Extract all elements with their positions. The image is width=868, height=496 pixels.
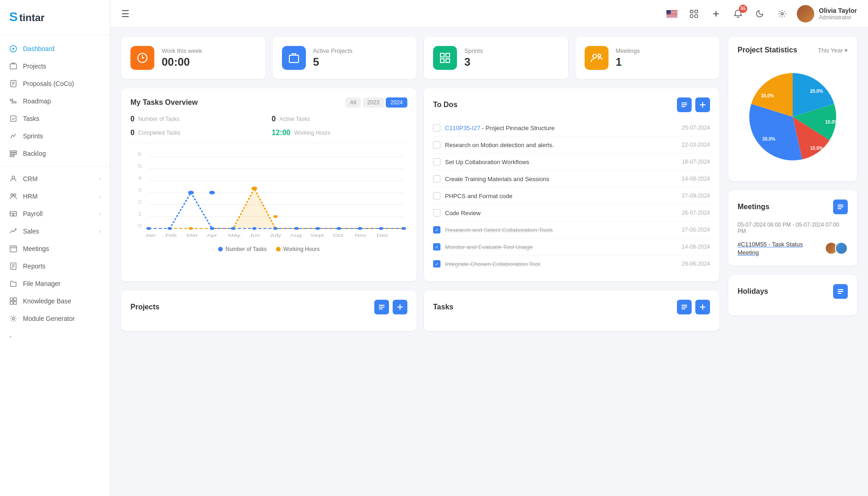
sidebar-item-crm[interactable]: CRM › (0, 170, 110, 188)
todo-link[interactable]: C110P35-I27 (445, 125, 480, 131)
main-area: ☰ 55 (110, 0, 868, 496)
completed-tasks-value: 0 (130, 129, 135, 137)
svg-rect-13 (10, 153, 17, 154)
svg-rect-38 (666, 15, 677, 16)
holidays-list-button[interactable] (833, 284, 848, 299)
svg-rect-14 (10, 155, 14, 157)
svg-text:0: 0 (138, 223, 142, 228)
sidebar-item-hrm[interactable]: HRM › (0, 188, 110, 205)
meeting-id-link[interactable]: #C110M55 - Task Status Meeting (738, 241, 803, 256)
avatar (797, 5, 814, 23)
todos-header: To Dos (433, 97, 710, 112)
todo-checkbox[interactable] (433, 209, 440, 217)
todo-checkbox[interactable]: ✓ (433, 226, 440, 234)
sidebar-item-misc: - (0, 327, 110, 346)
todo-checkbox[interactable] (433, 192, 440, 200)
middle-row: My Tasks Overview All 2023 2024 0 Number… (121, 88, 719, 281)
projects-list-button[interactable] (374, 300, 389, 314)
sidebar-item-label: File Manager (23, 280, 101, 287)
holidays-header: Holidays (738, 284, 848, 299)
period-selector[interactable]: This Year ▾ (818, 47, 848, 54)
svg-point-47 (781, 12, 783, 15)
meeting-avatars (825, 242, 848, 255)
tasks-overview-title: My Tasks Overview (130, 98, 197, 107)
content-area: Work this week 00:00 Active Projects 5 (110, 28, 868, 496)
svg-text:30.0%: 30.0% (761, 93, 774, 98)
svg-rect-4 (10, 64, 17, 69)
nav-divider (0, 166, 110, 166)
sidebar-item-tasks[interactable]: Tasks (0, 110, 110, 127)
projects-add-button[interactable] (393, 300, 407, 314)
sidebar-item-meetings[interactable]: Meetings (0, 240, 110, 257)
project-statistics-header: Project Statistics This Year ▾ (738, 46, 848, 54)
todos-list-button[interactable] (677, 97, 692, 112)
sidebar-item-projects[interactable]: Projects (0, 57, 110, 75)
svg-rect-40 (666, 10, 671, 14)
meeting-info: #C110M55 - Task Status Meeting (738, 240, 825, 257)
sidebar-item-module-generator[interactable]: Module Generator (0, 310, 110, 327)
filter-2024-button[interactable]: 2024 (386, 97, 407, 108)
todo-checkbox[interactable] (433, 124, 440, 131)
todo-checkbox[interactable]: ✓ (433, 260, 440, 268)
plus-icon[interactable] (709, 6, 723, 21)
sidebar-item-file-manager[interactable]: File Manager (0, 275, 110, 292)
todo-date: 14-08-2024 (682, 244, 710, 250)
filter-2023-button[interactable]: 2023 (363, 97, 384, 108)
dark-mode-icon[interactable] (753, 6, 767, 21)
working-hours-label: Working Hours (294, 130, 330, 136)
crm-icon (9, 175, 17, 183)
sidebar-item-roadmap[interactable]: Roadmap (0, 92, 110, 110)
todo-item: ✓ Research and Select Collaboration Tool… (433, 222, 710, 239)
todos-card: To Dos (424, 88, 719, 281)
tasks-list-button[interactable] (677, 300, 692, 314)
svg-rect-31 (10, 302, 13, 304)
notification-bell-icon[interactable]: 55 (731, 6, 745, 21)
svg-text:Feb: Feb (165, 233, 177, 238)
sales-icon (9, 227, 17, 235)
active-tasks-value: 0 (272, 115, 276, 123)
sidebar-item-sales[interactable]: Sales › (0, 222, 110, 240)
todo-text: Integrate Chosen Collaboration Tool (445, 261, 677, 268)
stat-value: 5 (313, 56, 353, 68)
todo-date: 18-07-2024 (682, 159, 710, 165)
todo-date: 26-07-2024 (682, 210, 710, 216)
svg-rect-52 (440, 59, 444, 63)
meetings-list-button[interactable] (833, 200, 848, 214)
user-details: Olivia Taylor Administrator (819, 7, 857, 21)
stat-info-work: Work this week 00:00 (162, 47, 202, 69)
header-icons-group: 55 Olivia Taylor Administrator (665, 5, 857, 23)
sidebar-item-dashboard[interactable]: Dashboard (0, 40, 110, 57)
todos-add-button[interactable] (695, 97, 710, 112)
user-profile[interactable]: Olivia Taylor Administrator (797, 5, 857, 23)
todo-checkbox[interactable]: ✓ (433, 243, 440, 251)
filter-all-button[interactable]: All (345, 97, 361, 108)
svg-text:4: 4 (138, 176, 142, 181)
period-label: This Year (818, 47, 843, 54)
todo-checkbox[interactable] (433, 158, 440, 165)
tasks-overview-header: My Tasks Overview All 2023 2024 (130, 97, 407, 108)
sidebar-item-label: Backlog (23, 150, 101, 157)
svg-text:10.0%: 10.0% (825, 120, 838, 125)
pie-chart-container: 20.0% 10.0% 10.0% 30.0% 30.0% (738, 62, 848, 172)
apps-icon[interactable] (687, 6, 701, 21)
todo-checkbox[interactable] (433, 141, 440, 148)
sidebar-item-backlog[interactable]: Backlog (0, 145, 110, 162)
sidebar-item-knowledge-base[interactable]: Knowledge Base (0, 292, 110, 310)
sidebar-item-sprints[interactable]: Sprints (0, 127, 110, 145)
proposals-icon (9, 80, 17, 88)
svg-rect-32 (14, 302, 17, 304)
flag-icon[interactable] (665, 6, 679, 21)
legend-dot-hours (276, 247, 281, 251)
projects-stat-icon (282, 46, 306, 70)
todo-date: 14-08-2024 (682, 176, 710, 182)
menu-toggle-button[interactable]: ☰ (121, 8, 130, 19)
todo-checkbox[interactable] (433, 175, 440, 182)
sidebar-item-reports[interactable]: Reports (0, 257, 110, 275)
settings-icon[interactable] (775, 6, 789, 21)
tasks-add-button[interactable] (695, 300, 710, 314)
sidebar-item-proposals[interactable]: Proposals (CoCo) (0, 75, 110, 92)
meetings-card-header: Meetings (738, 200, 848, 214)
sidebar-item-payroll[interactable]: Payroll › (0, 205, 110, 222)
meeting-avatar (835, 242, 848, 255)
chart-legend: Number of Tasks Working Hours (130, 246, 407, 252)
